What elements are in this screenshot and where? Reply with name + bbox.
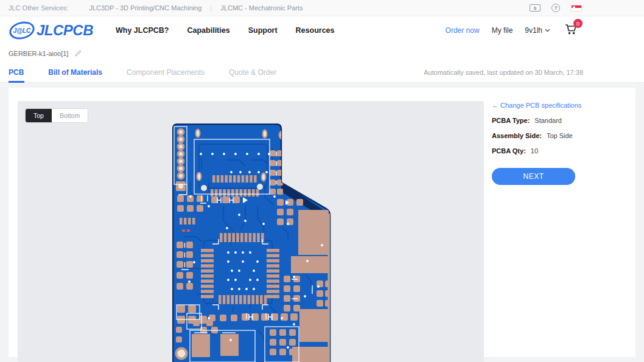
account-menu[interactable]: 9v1lh	[525, 26, 550, 35]
main-nav: Why JLCPCB? Capabilities Support Resourc…	[116, 26, 335, 35]
file-name: GERBER-k1-aioo[1]	[9, 50, 68, 57]
left-arrow-icon: ←	[492, 102, 499, 109]
pcb-preview-image	[172, 124, 332, 362]
page-content: Top Bottom ← Change PCB specifications P…	[0, 83, 644, 357]
tab-quote-order[interactable]: Quote & Order	[229, 63, 276, 83]
link-jlc3dp[interactable]: JLC3DP - 3D Printing/CNC Machining	[89, 4, 201, 12]
account-name: 9v1lh	[525, 26, 542, 35]
edit-pencil-icon[interactable]	[74, 50, 82, 57]
file-name-row: GERBER-k1-aioo[1]	[0, 44, 644, 63]
spec-row-assembly-side: Assembly Side: Top Side	[492, 132, 635, 139]
toggle-top-button[interactable]: Top	[26, 109, 52, 122]
order-now-link[interactable]: Order now	[446, 26, 480, 35]
logo-swoosh-icon: J@LC	[9, 21, 35, 40]
order-step-tabs: PCB Bill of Materials Component Placemen…	[0, 63, 644, 83]
chevron-down-icon	[545, 29, 550, 32]
jlcpcb-logo[interactable]: J@LC JLCPCB	[9, 21, 116, 40]
nav-why-jlcpcb[interactable]: Why JLCPCB?	[116, 26, 169, 35]
pcb-preview-panel: Top Bottom	[18, 101, 484, 362]
nav-support[interactable]: Support	[248, 26, 278, 35]
link-jlcmc[interactable]: JLCMC - Mechatronic Parts	[220, 4, 303, 12]
change-pcb-specs-link[interactable]: ← Change PCB specifications	[492, 102, 635, 109]
flag-singapore-icon[interactable]	[571, 5, 582, 12]
spec-row-pcba-type: PCBA Type: Standard	[492, 117, 635, 124]
my-file-link[interactable]: My file	[492, 26, 513, 35]
tab-component-placements[interactable]: Component Placements	[127, 63, 205, 83]
logo-wordmark: JLCPCB	[37, 22, 93, 39]
nav-capabilities[interactable]: Capabilities	[187, 26, 230, 35]
cart-button[interactable]: 0	[565, 24, 577, 37]
spec-row-pcba-qty: PCBA Qty: 10	[492, 147, 635, 155]
other-services-label: JLC Other Services:	[9, 4, 68, 12]
tab-pcb[interactable]: PCB	[9, 63, 24, 83]
help-icon[interactable]: ?	[551, 4, 560, 12]
board-side-toggle: Top Bottom	[25, 108, 88, 123]
cart-count-badge: 0	[573, 19, 583, 28]
next-button[interactable]: NEXT	[492, 168, 575, 185]
tab-bill-of-materials[interactable]: Bill of Materials	[48, 63, 102, 83]
toggle-bottom-button[interactable]: Bottom	[52, 109, 88, 122]
main-header: J@LC JLCPCB Why JLCPCB? Capabilities Sup…	[0, 16, 644, 44]
specs-panel: ← Change PCB specifications PCBA Type: S…	[492, 88, 635, 185]
currency-icon[interactable]: $	[530, 4, 541, 12]
autosave-status: Automatically saved, last updated on 30 …	[424, 69, 583, 76]
topbar-separator: |	[210, 4, 212, 12]
top-services-bar: JLC Other Services: JLC3DP - 3D Printing…	[0, 0, 644, 16]
pcb-step-card: Top Bottom ← Change PCB specifications P…	[9, 88, 635, 357]
nav-resources[interactable]: Resources	[296, 26, 335, 35]
